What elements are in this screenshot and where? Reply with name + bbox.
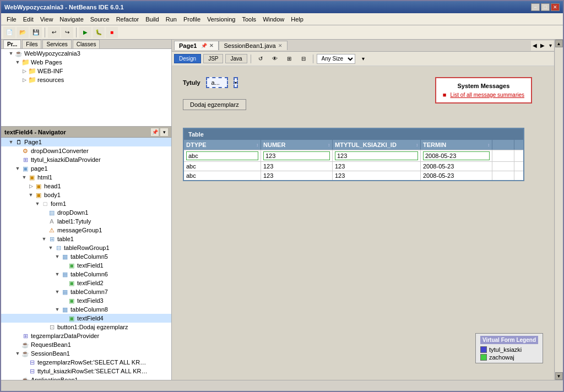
- cell-content[interactable]: 123: [263, 151, 330, 160]
- toolbar-stop-btn[interactable]: ■: [106, 27, 118, 38]
- tab-files[interactable]: Files: [22, 40, 41, 48]
- nav-label1[interactable]: A label1:Tytuly: [1, 217, 171, 226]
- nav-body1[interactable]: ▼ ▣ body1: [1, 190, 171, 199]
- nav-form1[interactable]: ▼ □ form1: [1, 199, 171, 208]
- tab-scroll-right[interactable]: ▶: [539, 41, 546, 51]
- toolbar-open-btn[interactable]: 📂: [17, 27, 29, 38]
- menu-source[interactable]: Source: [87, 15, 113, 24]
- nav-button1[interactable]: ⊡ button1:Dodaj egzemplarz: [1, 323, 171, 331]
- tree-web-inf[interactable]: ▷ 📁 WEB-INF: [1, 67, 171, 75]
- col-sort-icon[interactable]: ↕: [256, 143, 258, 148]
- nav-head1[interactable]: ▷ ▣ head1: [1, 182, 171, 190]
- nav-node-page1[interactable]: ▼ 🗒 Page1: [1, 138, 171, 146]
- dodaj-button[interactable]: Dodaj egzemplarz: [183, 99, 246, 110]
- nav-pin-btn[interactable]: 📌: [151, 128, 159, 136]
- menu-versioning[interactable]: Versioning: [204, 15, 238, 24]
- right-scrollbar[interactable]: ▲ ▼: [554, 40, 563, 380]
- menu-profile[interactable]: Profile: [180, 15, 204, 24]
- grid-btn[interactable]: ⊞: [283, 53, 295, 64]
- maximize-button[interactable]: □: [541, 3, 550, 11]
- nav-html1[interactable]: ▼ ▣ html1: [1, 173, 171, 182]
- nav-tablerowgroup1[interactable]: ▼ ⊟ tableRowGroup1: [1, 243, 171, 252]
- snap-btn[interactable]: ⊟: [297, 53, 310, 64]
- menu-window[interactable]: Window: [259, 15, 288, 24]
- nav-dropdown1[interactable]: ▤ dropDown1: [1, 208, 171, 217]
- menu-view[interactable]: View: [37, 15, 57, 24]
- toolbar-undo-btn[interactable]: ↩: [48, 27, 60, 38]
- tab-classes[interactable]: Classes: [73, 40, 100, 48]
- tab-projects[interactable]: Pr...: [3, 40, 21, 48]
- toolbar-new-btn[interactable]: 📄: [3, 27, 15, 38]
- cell-content[interactable]: 123: [335, 151, 418, 160]
- nav-tablecol8[interactable]: ▼ ▦ tableColumn8: [1, 305, 171, 314]
- nav-tablecol6[interactable]: ▼ ▦ tableColumn6: [1, 270, 171, 279]
- refresh-btn[interactable]: ↺: [254, 53, 267, 64]
- menu-edit[interactable]: Edit: [20, 15, 37, 24]
- cell-dtype-2[interactable]: abc: [184, 162, 261, 171]
- nav-page1-node[interactable]: ▼ ▣ page1: [1, 164, 171, 173]
- tytuly-dropdown[interactable]: a...: [206, 77, 228, 88]
- size-select[interactable]: Any Size: [317, 54, 355, 64]
- nav-table1[interactable]: ▼ ⊞ table1: [1, 235, 171, 243]
- menu-file[interactable]: File: [3, 15, 20, 24]
- nav-appbean1[interactable]: ☕ ApplicationBean1: [1, 375, 171, 380]
- nav-textfield4[interactable]: ▣ textField4: [1, 314, 171, 323]
- java-view-btn[interactable]: Java: [225, 54, 247, 63]
- tab-page1[interactable]: Page1 📌 ✕: [174, 41, 219, 50]
- expand-icon: ▷: [28, 183, 34, 189]
- nav-textfield1[interactable]: ▣ textField1: [1, 261, 171, 270]
- cell-mtytul-1[interactable]: 123: [333, 150, 421, 161]
- design-view-btn[interactable]: Design: [174, 54, 201, 63]
- tree-root-project[interactable]: ▼ ☕ WebWypozyczalnia3: [1, 49, 171, 58]
- nav-tegrowset[interactable]: ⊟ tegzemplarzRowSet:'SELECT ALL KRUK1.TE…: [1, 358, 171, 367]
- nav-textfield2[interactable]: ▣ textField2: [1, 279, 171, 287]
- tab-scroll-left[interactable]: ◀: [531, 41, 539, 51]
- menu-run[interactable]: Run: [162, 15, 180, 24]
- tab-list-btn[interactable]: ▾: [546, 41, 554, 51]
- close-button[interactable]: ✕: [551, 3, 560, 11]
- tab-sessionbean-close[interactable]: ✕: [278, 43, 283, 48]
- nav-textfield3[interactable]: ▣ textField3: [1, 296, 171, 305]
- nav-tegzemplarz[interactable]: ⊞ tegzemplarzDataProvider: [1, 331, 171, 340]
- toolbar-save-btn[interactable]: 💾: [30, 27, 42, 38]
- menu-navigate[interactable]: Navigate: [56, 15, 86, 24]
- nav-menu-btn[interactable]: ▾: [160, 128, 168, 136]
- scroll-down-btn[interactable]: ▼: [555, 372, 563, 380]
- tytuly-dropdown-arrow[interactable]: ▾: [234, 77, 238, 88]
- menu-build[interactable]: Build: [142, 15, 162, 24]
- minimize-button[interactable]: −: [531, 3, 540, 11]
- col-sort-icon[interactable]: ↕: [487, 143, 490, 148]
- tab-sessionbean[interactable]: SessionBean1.java ✕: [219, 41, 287, 50]
- col-sort-icon[interactable]: ↕: [416, 143, 418, 148]
- menu-tools[interactable]: Tools: [238, 15, 259, 24]
- tab-services[interactable]: Services: [42, 40, 71, 48]
- cell-content[interactable]: 2008-05-23: [423, 151, 490, 160]
- nav-tablecol5[interactable]: ▼ ▦ tableColumn5: [1, 252, 171, 261]
- cell-dtype-1[interactable]: abc: [184, 150, 261, 161]
- nav-tablecol7[interactable]: ▼ ▦ tableColumn7: [1, 287, 171, 296]
- system-messages-link[interactable]: List of all message summaries: [451, 92, 525, 98]
- menu-refactor[interactable]: Refactor: [113, 15, 143, 24]
- nav-ttrowset[interactable]: ⊟ ttytul_ksiazkiRowSet:'SELECT ALL KRUK1…: [1, 367, 171, 375]
- tab-page1-close[interactable]: ✕: [209, 43, 214, 48]
- cell-numer-1[interactable]: 123: [261, 150, 333, 161]
- cell-content[interactable]: abc: [186, 151, 258, 160]
- size-arrow-btn[interactable]: ▾: [357, 53, 370, 64]
- col-sort-icon[interactable]: ↕: [328, 143, 330, 148]
- scroll-up-btn[interactable]: ▲: [555, 40, 563, 47]
- tree-resources[interactable]: ▷ 📁 resources: [1, 75, 171, 84]
- nav-dropdown1converter[interactable]: ⚙ dropDown1Converter: [1, 146, 171, 155]
- preview-btn[interactable]: 👁: [269, 53, 281, 64]
- jsp-view-btn[interactable]: JSP: [203, 54, 223, 63]
- menu-help[interactable]: Help: [288, 15, 307, 24]
- toolbar-debug-btn[interactable]: 🐛: [93, 27, 105, 38]
- toolbar-run-btn[interactable]: ▶: [79, 27, 91, 38]
- nav-label: tableColumn6: [70, 271, 108, 277]
- nav-sessionbean1[interactable]: ▼ ☕ SessionBean1: [1, 349, 171, 358]
- nav-messagegroup1[interactable]: ⚠ messageGroup1: [1, 226, 171, 235]
- tree-web-pages[interactable]: ▼ 📁 Web Pages: [1, 58, 171, 67]
- toolbar-redo-btn[interactable]: ↪: [61, 27, 73, 38]
- nav-dataprovider[interactable]: ⊞ ttytul_ksiazkiDataProvider: [1, 155, 171, 164]
- nav-requestbean1[interactable]: ☕ RequestBean1: [1, 340, 171, 349]
- cell-termin-1[interactable]: 2008-05-23: [421, 150, 492, 161]
